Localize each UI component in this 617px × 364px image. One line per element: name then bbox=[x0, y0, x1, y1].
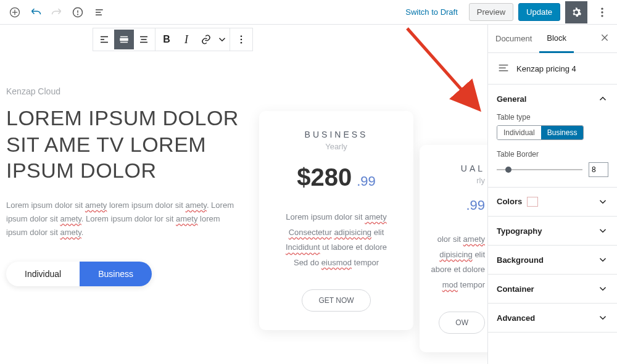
update-button[interactable]: Update bbox=[518, 3, 560, 21]
panel-colors-toggle[interactable]: Colors bbox=[488, 188, 617, 216]
svg-rect-16 bbox=[120, 39, 128, 41]
table-border-slider[interactable] bbox=[497, 165, 582, 175]
toggle-individual[interactable]: Individual bbox=[497, 126, 541, 139]
undo-button[interactable] bbox=[26, 2, 46, 22]
brand-label[interactable]: Kenzap Cloud bbox=[6, 86, 241, 96]
panel-background-toggle[interactable]: Background bbox=[488, 246, 617, 274]
link-button[interactable] bbox=[196, 30, 216, 49]
align-left-button[interactable] bbox=[94, 30, 114, 49]
gear-icon bbox=[571, 7, 582, 18]
redo-button[interactable] bbox=[47, 2, 67, 22]
bold-button[interactable]: B bbox=[157, 30, 176, 49]
svg-point-22 bbox=[241, 39, 242, 41]
topbar-left-tools bbox=[5, 2, 109, 22]
table-border-label: Table Border bbox=[497, 150, 608, 159]
panel-container-toggle[interactable]: Container bbox=[488, 275, 617, 303]
align-full-button[interactable] bbox=[134, 30, 154, 49]
price-fraction: .99 bbox=[357, 173, 376, 189]
panel-general-toggle[interactable]: General bbox=[488, 85, 617, 113]
table-border-control bbox=[497, 162, 608, 177]
block-header: Kenzap pricing 4 bbox=[488, 53, 617, 85]
document-outline-button[interactable] bbox=[89, 2, 109, 22]
get-now-button[interactable]: GET NOW bbox=[302, 289, 370, 312]
annotation-arrow-icon bbox=[383, 25, 487, 123]
tab-business[interactable]: Business bbox=[80, 262, 152, 286]
chevron-up-icon bbox=[597, 93, 608, 104]
tab-block[interactable]: Block bbox=[539, 25, 574, 53]
hero-tabs: Individual Business bbox=[6, 262, 152, 286]
close-icon bbox=[600, 33, 610, 43]
table-type-toggle: Individual Business bbox=[497, 125, 584, 140]
pricing-card-peek[interactable]: UAL rly .99 olor sit amety dipisicing el… bbox=[420, 145, 487, 352]
settings-sidebar: Document Block Kenzap pricing 4 General … bbox=[487, 25, 617, 364]
card-subtitle[interactable]: Yearly bbox=[274, 142, 399, 151]
block-toolbar: B I bbox=[93, 28, 253, 51]
chevron-down-icon bbox=[597, 312, 608, 323]
color-swatch bbox=[527, 197, 538, 207]
sidebar-tabs: Document Block bbox=[488, 25, 617, 53]
svg-point-23 bbox=[241, 42, 242, 44]
card-description: olor sit amety dipisicing elit abore et … bbox=[420, 232, 485, 293]
close-sidebar-button[interactable] bbox=[592, 33, 617, 44]
chevron-down-icon bbox=[597, 283, 608, 294]
pricing-card-business[interactable]: BUSINESS Yearly $280.99 Lorem ipsum dolo… bbox=[259, 111, 413, 330]
preview-button[interactable]: Preview bbox=[469, 3, 513, 21]
slider-thumb[interactable] bbox=[505, 167, 511, 173]
italic-button[interactable]: I bbox=[176, 30, 196, 49]
settings-toggle-button[interactable] bbox=[565, 1, 587, 23]
more-rich-text-button[interactable] bbox=[216, 30, 228, 49]
svg-point-21 bbox=[241, 35, 242, 37]
more-menu-button[interactable] bbox=[592, 2, 612, 22]
card-description[interactable]: Lorem ipsum dolor sit amety Consectetur … bbox=[274, 210, 399, 271]
svg-line-25 bbox=[407, 28, 475, 105]
svg-point-10 bbox=[601, 11, 603, 13]
tab-document[interactable]: Document bbox=[488, 25, 539, 52]
tab-individual[interactable]: Individual bbox=[6, 262, 80, 286]
svg-point-5 bbox=[78, 14, 78, 14]
content-structure-button[interactable] bbox=[68, 2, 88, 22]
panel-general: General Table type Individual Business T… bbox=[488, 85, 617, 188]
table-border-input[interactable] bbox=[589, 162, 608, 177]
card-subtitle: rly bbox=[420, 176, 485, 185]
block-name-label: Kenzap pricing 4 bbox=[516, 64, 576, 73]
card-price: .99 bbox=[420, 197, 485, 213]
editor-canvas[interactable]: B I Kenzap Cloud LOREM IPSUM DOLOR SIT A… bbox=[0, 25, 487, 364]
card-title[interactable]: BUSINESS bbox=[274, 130, 399, 139]
topbar-right-actions: Switch to Draft Preview Update bbox=[399, 1, 612, 23]
switch-to-draft-link[interactable]: Switch to Draft bbox=[399, 4, 464, 20]
hero-section[interactable]: Kenzap Cloud LOREM IPSUM DOLOR SIT AME T… bbox=[0, 25, 241, 286]
svg-point-11 bbox=[601, 15, 603, 17]
align-wide-button[interactable] bbox=[114, 30, 134, 49]
panel-advanced-toggle[interactable]: Advanced bbox=[488, 304, 617, 332]
get-now-button[interactable]: OW bbox=[439, 312, 485, 334]
hero-description[interactable]: Lorem ipsum dolor sit amety lorem ipsum … bbox=[6, 199, 241, 239]
panel-typography-toggle[interactable]: Typography bbox=[488, 217, 617, 245]
chevron-down-icon bbox=[597, 196, 608, 207]
table-type-label: Table type bbox=[497, 113, 608, 122]
chevron-down-icon bbox=[597, 254, 608, 265]
add-block-button[interactable] bbox=[5, 2, 25, 22]
price-whole: $280 bbox=[297, 163, 352, 191]
chevron-down-icon bbox=[597, 225, 608, 236]
svg-point-9 bbox=[601, 7, 603, 9]
card-price[interactable]: $280.99 bbox=[274, 163, 399, 191]
editor-topbar: Switch to Draft Preview Update bbox=[0, 0, 617, 25]
block-more-options-button[interactable] bbox=[231, 30, 251, 49]
hero-title[interactable]: LOREM IPSUM DOLOR SIT AME TV LOREM IPSUM… bbox=[6, 105, 241, 184]
card-title: UAL bbox=[420, 163, 485, 173]
toggle-business[interactable]: Business bbox=[541, 126, 584, 139]
block-icon bbox=[497, 62, 510, 75]
